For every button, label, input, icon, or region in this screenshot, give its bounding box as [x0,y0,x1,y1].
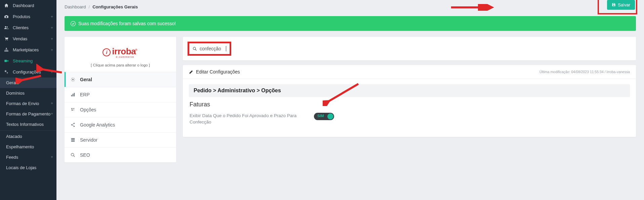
logo-upload-area[interactable]: i irroba® e-commerce [ Clique acima para… [65,37,176,72]
svg-point-25 [71,153,74,156]
edit-config-card: Editar Configurações Última modificação:… [183,65,636,137]
svg-point-12 [72,79,74,80]
chart-icon [71,92,76,97]
expand-icon: + [51,14,53,19]
sidebar-sub-label: Formas de Envio [6,101,39,106]
sitemap-icon [4,48,10,52]
home-icon [4,3,10,8]
svg-point-16 [71,108,72,109]
sidebar-sub-textos-informativos[interactable]: Textos Informativos [0,119,56,130]
tab-opcoes[interactable]: Opções [65,102,176,117]
video-icon [4,59,10,63]
sidebar-item-vendas[interactable]: Vendas + [0,33,56,44]
sidebar-sub-feeds[interactable]: Feeds + [0,152,56,162]
svg-rect-24 [71,141,75,142]
sidebar-sub-gerais[interactable]: Gerais [0,78,56,88]
sidebar-sub-label: Formas de Pagamento [6,111,50,116]
cart-icon [4,37,10,41]
breadcrumb-root[interactable]: Dashboard [65,4,86,9]
sidebar-label: Configurações [13,69,41,74]
check-circle-icon [71,21,76,26]
last-modified-meta: Última modificação: 04/08/2023 11:55:34 … [539,70,630,74]
svg-point-2 [5,40,6,41]
sidebar-item-dashboard[interactable]: Dashboard [0,0,56,11]
tab-geral[interactable]: Geral [65,72,176,87]
save-icon [612,3,616,7]
server-icon [71,138,76,142]
tab-label: Opções [80,107,96,112]
sidebar-label: Marketplaces [13,47,39,52]
svg-rect-4 [6,48,7,49]
sidebar-sub-formas-pagamento[interactable]: Formas de Pagamento + [0,109,56,119]
svg-rect-15 [74,93,75,97]
sidebar-sub-label: Domínios [6,91,25,96]
tab-google-analytics[interactable]: Google Analytics [65,117,176,132]
sidebar-sub-espelhamento[interactable]: Espelhamento [0,142,56,152]
sidebar-item-clientes[interactable]: Clientes + [0,22,56,33]
sidebar-item-streaming[interactable]: Streaming [0,55,56,66]
tab-label: Google Analytics [80,122,115,128]
svg-point-21 [74,126,75,127]
svg-rect-8 [4,60,7,62]
save-button[interactable]: Salvar [607,0,635,10]
sidebar-sub-label: Feeds [6,155,18,160]
sliders-icon [71,107,76,112]
registered-icon: ® [135,48,137,52]
settings-tabs: Geral ERP Opções [65,72,176,162]
svg-point-3 [7,40,8,41]
expand-icon: + [51,101,53,106]
toggle-exibir-data-pedido[interactable]: SIM [314,113,334,120]
svg-rect-23 [71,140,75,141]
toggle-on-text: SIM [317,114,324,118]
annotation-highlight-box: Salvar [598,0,637,14]
main: Dashboard / Configurações Gerais Salvar … [56,0,644,200]
tab-label: Geral [80,77,92,82]
tab-label: ERP [80,92,90,97]
sidebar-label: Dashboard [13,3,34,8]
card-header: Editar Configurações Última modificação:… [183,65,636,79]
success-alert: Suas modificações foram salvas com suces… [65,16,636,31]
cogs-icon [4,70,10,74]
sidebar-item-marketplaces[interactable]: Marketplaces + [0,44,56,55]
sidebar-sub-label: Textos Informativos [6,122,44,127]
annotation-highlight-box [188,42,231,56]
text-caret [226,46,226,51]
expand-icon: + [51,70,53,74]
sidebar-item-produtos[interactable]: Produtos + [0,11,56,22]
svg-point-0 [5,26,6,28]
logo-mark-icon: i [103,48,111,56]
tab-label: Servidor [80,137,97,143]
share-icon [71,122,76,127]
sidebar-sub-label: Locais de Lojas [6,165,36,170]
divider [0,130,56,131]
svg-rect-22 [71,138,75,139]
search-card [183,37,636,60]
cog-icon [71,77,76,82]
sidebar-sub-locais-lojas[interactable]: Locais de Lojas [0,162,56,173]
tab-servidor[interactable]: Servidor [65,132,176,147]
section-title: Pedido > Administrativo > Opções [189,84,630,97]
svg-point-26 [193,47,196,49]
users-icon [4,26,10,30]
toggle-knob [327,113,333,119]
svg-point-10 [7,72,8,73]
sidebar-sub-atacado[interactable]: Atacado [0,131,56,142]
settings-search[interactable] [191,45,228,52]
sidebar-sub-formas-envio[interactable]: Formas de Envio + [0,98,56,109]
option-row: Exibir Data Que o Pedido Foi Aprovado e … [189,110,630,128]
camera-icon [4,14,10,19]
sidebar-sub-dominios[interactable]: Domínios [0,88,56,98]
save-button-label: Salvar [618,2,630,7]
sidebar-label: Produtos [13,14,30,19]
tab-erp[interactable]: ERP [65,87,176,102]
svg-rect-14 [73,94,74,96]
expand-icon: + [51,111,53,116]
svg-point-20 [71,124,73,126]
search-input[interactable] [200,46,223,51]
sidebar-item-configuracoes[interactable]: Configurações + [0,66,56,78]
option-label: Exibir Data Que o Pedido Foi Aprovado e … [190,113,300,126]
breadcrumb-current: Configurações Gerais [92,4,138,9]
brand-logo: i irroba® e-commerce [103,46,138,58]
tab-seo[interactable]: SEO [65,147,176,162]
expand-icon: + [51,155,53,159]
